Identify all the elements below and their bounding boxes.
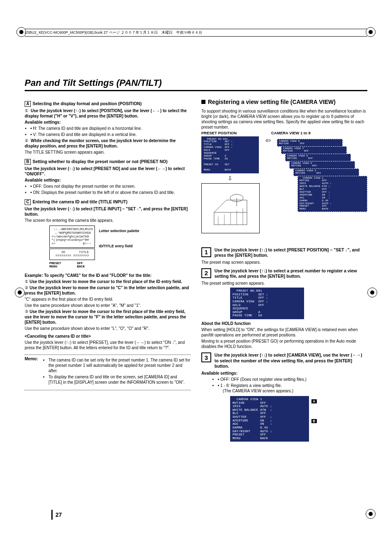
book-header-text: LSBU2_XE(VCC-MC600P_MC500P)(GB).book 27 … xyxy=(25,30,202,35)
osd-figure-row: PRESET NO.001 POSITION SET ↓ TITLE OFF ↓… xyxy=(201,136,367,244)
hold-heading: About the HOLD function xyxy=(201,321,367,326)
stack-cv5: CAMERA VIEW 5 MOTION OFF xyxy=(289,161,355,169)
example-step2: ②Use the joystick lever to move the curs… xyxy=(25,285,191,296)
step-3-side-labels: A B xyxy=(311,396,317,423)
step-3-text: Use the joystick lever (↑↓) to select [C… xyxy=(214,352,367,369)
step-3-osd-wrap: CAMERA VIEW 1 MOTION OFF IRIS AUTO ↓ WHI… xyxy=(230,396,367,442)
osd-headers: PRESET POSITION CAMERA VIEW 1 to 8 xyxy=(201,131,367,135)
letter-palette-box: :;.-ABCDEFGHIJKLM123 ,'NOPQRSTUVWXYZ456 … xyxy=(49,226,95,248)
page: LSBU2_XE(VCC-MC600P_MC500P)(GB).book 27 … xyxy=(0,0,392,555)
step-3-number: 3 xyxy=(201,352,211,362)
option-h: • H: The camera ID and title are display… xyxy=(30,126,191,131)
step-2-osd-wrap: PRESET NO.001 POSITION SET ↓ TITLE OFF ↓… xyxy=(230,288,304,319)
stack-cv7: CAMERA VIEW 7 MOTION OFF xyxy=(281,146,347,154)
palette-label-1: Letter selection palette xyxy=(99,229,139,233)
available-settings-label: Available settings: xyxy=(25,120,191,125)
left-arrow-icon: ⇦ xyxy=(264,136,272,144)
palette-label-2: ID/TITLE entry field xyxy=(99,244,139,249)
step-1-number: 1 xyxy=(201,247,211,257)
step-2-row: 2 Use the joystick lever (↑↓) to select … xyxy=(201,268,367,279)
section-c-line1: Use the joystick lever (↑↓) to select [T… xyxy=(25,206,191,217)
osd-header-right: CAMERA VIEW 1 to 8 xyxy=(271,131,311,135)
callout-a-label: A xyxy=(311,399,317,403)
cancel-body: Use the joystick lever (↑↓) to select [P… xyxy=(25,340,191,350)
section-c-line2: The screen for entering the camera title… xyxy=(25,218,191,223)
step-1-row: 1 Use the joystick lever (↑↓) to select … xyxy=(201,247,367,258)
memo-body: The camera ID can be set only for the pr… xyxy=(44,357,191,386)
palette-labels: Letter selection palette ID/TITLE entry … xyxy=(99,226,139,249)
example-step2c: Use the same procedure shown above to en… xyxy=(25,303,191,308)
camera-line-art-icon xyxy=(206,188,255,229)
step-3-avail: Available settings: xyxy=(201,371,367,376)
two-column-layout: A Selecting the display format and posit… xyxy=(25,99,367,442)
left-column: A Selecting the display format and posit… xyxy=(25,99,191,442)
section-a-label: A xyxy=(25,101,31,107)
preset-no-options: • OFF: Does not display the preset numbe… xyxy=(30,184,191,195)
step-marker-2: ② xyxy=(25,138,28,143)
memo-separator-top xyxy=(25,355,191,355)
print-target-icon xyxy=(15,288,25,297)
option-on: • ON: Displays the preset number to the … xyxy=(30,190,191,195)
palette-panel: :;.-ABCDEFGHIJKLM123 ,'NOPQRSTUVWXYZ456 … xyxy=(49,226,95,269)
camera-view-subtitle: Registering a view setting file (CAMERA … xyxy=(201,99,367,106)
print-target-icon xyxy=(366,509,376,519)
memo-item-2: To display the camera ID and title on th… xyxy=(48,374,191,385)
section-a-heading: A Selecting the display format and posit… xyxy=(25,101,191,107)
preset-menu-row: PRESET OFF MENU BACK xyxy=(49,262,95,269)
hold-text-2: Moving to a preset position (PRESET GO) … xyxy=(201,339,367,349)
step-3-off: • OFF: OFF (Does not register view setti… xyxy=(218,377,367,382)
square-bullet-icon xyxy=(201,100,205,104)
cancel-heading: <Canceling the camera ID or title> xyxy=(25,334,191,339)
down-arrow-icon: ⇩ xyxy=(201,175,259,182)
option-off: • OFF: Does not display the preset numbe… xyxy=(30,184,191,189)
page-number: 27 xyxy=(55,511,62,518)
step-2-number: 2 xyxy=(201,268,211,278)
step-3-osd: CAMERA VIEW 1 MOTION OFF IRIS AUTO ↓ WHI… xyxy=(230,396,309,442)
step-1-after: The preset map screen appears. xyxy=(201,260,367,265)
step-2-after: The preset setting screen appears. xyxy=(201,281,367,286)
section-c-title: Entering the camera ID and title (TITLE … xyxy=(32,199,127,204)
right-column: Registering a view setting file (CAMERA … xyxy=(201,99,367,442)
example-heading: Example: To specify "CAM1" for the ID an… xyxy=(25,273,191,278)
camera-illustration xyxy=(201,183,260,233)
available-settings-label-b: Available settings: xyxy=(25,177,191,183)
format-options-list: • H: The camera ID and title are display… xyxy=(30,126,191,137)
preset-position-osd: PRESET NO.001 POSITION SET ↓ TITLE OFF ↓… xyxy=(201,136,259,174)
example-step2b: "C" appears in the first place of the ID… xyxy=(25,297,191,302)
id-title-entry-box: ID TITLE ???????? ???????? xyxy=(49,249,95,260)
title-input-diagram: :;.-ABCDEFGHIJKLM123 ,'NOPQRSTUVWXYZ456 … xyxy=(49,226,191,269)
section-a-step2-after: The TITLE SETTING screen appears again. xyxy=(25,150,191,155)
camera-view-intro: To support shooting in various surveilla… xyxy=(201,108,367,130)
stack-cv6: CAMERA VIEW 6 MOTION OFF xyxy=(285,154,351,162)
section-a-step2: ② While checking the monitor screen, use… xyxy=(25,138,191,149)
section-a-title: Selecting the display format and positio… xyxy=(32,101,141,106)
memo-label: Memo: xyxy=(25,357,44,386)
callout-b-label: B xyxy=(311,419,317,423)
step-marker-1: ① xyxy=(25,108,28,113)
memo-item-1: The camera ID can be set only for the pr… xyxy=(48,357,191,373)
section-c-label: C xyxy=(25,199,31,205)
left-osd-stack: PRESET NO.001 POSITION SET ↓ TITLE OFF ↓… xyxy=(201,136,259,234)
step-1-text: Use the joystick lever (↑↓) to select [P… xyxy=(214,247,367,258)
option-v: • V: The camera ID and title are display… xyxy=(30,132,191,137)
section-b-title: Setting whether to display the preset nu… xyxy=(32,159,167,164)
book-header-line: LSBU2_XE(VCC-MC600P_MC500P)(GB).book 27 … xyxy=(25,29,367,37)
step-2-osd: PRESET NO.001 POSITION SET ↓ TITLE OFF ↓… xyxy=(230,288,304,319)
step-3-row: 3 Use the joystick lever (↑↓) to select … xyxy=(201,352,367,369)
example-step3b: Use the same procedure shown above to en… xyxy=(25,326,191,331)
memo-separator-bottom xyxy=(25,390,191,390)
hold-text-1: When setting [HOLD] to "ON", the setting… xyxy=(201,327,367,338)
example-step1: ①Use the joystick lever to move the curs… xyxy=(25,279,191,284)
section-b-instruction: Use the joystick lever (↑↓) to select [P… xyxy=(25,166,191,177)
section-c-heading: C Entering the camera ID and title (TITL… xyxy=(25,199,191,205)
camera-view-stack: CAMERA VIEW 8 MOTION OFF CAMERA VIEW 7 M… xyxy=(277,139,367,242)
stack-cv1-full: CAMERA VIEW 1 MOTION OFF IRIS AUTO ↓ WHI… xyxy=(297,176,367,212)
section-b-heading: B Setting whether to display the preset … xyxy=(25,159,191,165)
osd-header-left: PRESET POSITION xyxy=(201,131,259,135)
print-target-icon xyxy=(367,288,377,297)
example-step3: ③Use the joystick lever to move the curs… xyxy=(25,309,191,325)
step-3-options: • OFF: OFF (Does not register view setti… xyxy=(218,377,367,394)
step-3-oneeight: • 1 - 8: Registers a view setting file. … xyxy=(218,383,367,394)
section-a-step1: ① Use the joystick lever (↑↓) to select … xyxy=(25,108,191,119)
stack-cv2: CAMERA VIEW 2 MOTION OFF xyxy=(293,168,359,177)
